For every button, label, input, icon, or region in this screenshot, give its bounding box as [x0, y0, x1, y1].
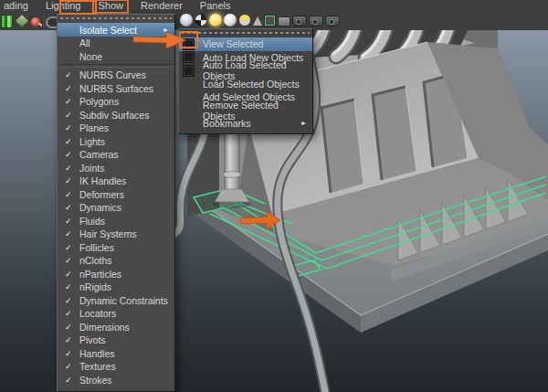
show-menu-item-ncloths[interactable]: ✓nCloths	[58, 254, 174, 268]
show-menu-item-pivots[interactable]: ✓Pivots	[58, 334, 174, 347]
show-menu-item-dynamic-constraints[interactable]: ✓Dynamic Constraints	[58, 294, 174, 308]
xray-chip-icon[interactable]	[278, 16, 290, 26]
show-menu-item-strokes[interactable]: ✓Strokes	[58, 374, 174, 387]
show-menu-item-locators[interactable]: ✓Locators	[58, 307, 174, 321]
auto-load-selected-objects-checkbox[interactable]	[183, 65, 195, 77]
annotation-arrow-menu	[133, 29, 190, 51]
check-icon: ✓	[65, 229, 79, 238]
submenu-item-label: View Selected	[203, 38, 263, 49]
check-icon: ✓	[65, 217, 79, 226]
show-menu-item-fluids[interactable]: ✓Fluids	[58, 215, 174, 228]
show-menu-item-ik-handles[interactable]: ✓IK Handles	[58, 175, 174, 188]
show-menu-item-textures[interactable]: ✓Textures	[58, 360, 174, 374]
menu-bar: adingLightingShowRendererPanels	[2, 0, 233, 12]
resolution-gate-icon[interactable]	[325, 16, 340, 26]
menu-item-label: nRigids	[79, 281, 111, 292]
menu-item-label: Fluids	[79, 216, 105, 227]
menubar-item-panels[interactable]: Panels	[198, 0, 233, 12]
shaded-sphere-icon[interactable]	[180, 14, 193, 26]
default-light-icon[interactable]	[253, 16, 262, 26]
tearoff-handle[interactable]	[60, 17, 172, 19]
film-camera-icon[interactable]	[292, 16, 307, 26]
isolate-select-submenu: View SelectedAuto Load New ObjectsAuto L…	[178, 28, 313, 134]
isolate-submenu-item-view-selected[interactable]: View Selected	[179, 37, 312, 51]
menu-item-label: Cameras	[79, 149, 119, 160]
toolbar-left	[1, 14, 61, 28]
menu-item-label: Locators	[79, 308, 116, 319]
menu-item-label: Deformers	[79, 189, 124, 200]
isolate-submenu-item-remove-selected-objects[interactable]: Remove Selected Objects	[179, 104, 312, 118]
check-icon: ✓	[65, 203, 79, 212]
show-menu-item-dimensions[interactable]: ✓Dimensions	[58, 321, 174, 334]
menu-item-label: Planes	[79, 122, 109, 133]
check-icon: ✓	[65, 137, 79, 146]
grid-plane-icon[interactable]	[15, 14, 30, 29]
toolbar-right	[180, 14, 340, 26]
isolate-submenu-item-auto-load-selected-objects[interactable]: Auto Load Selected Objects	[179, 64, 312, 78]
show-menu-item-nurbs-curves[interactable]: ✓NURBS Curves	[58, 69, 174, 82]
check-icon: ✓	[65, 190, 79, 199]
menu-item-label: Strokes	[79, 375, 112, 386]
show-menu-item-planes[interactable]: ✓Planes	[58, 122, 174, 135]
check-icon: ✓	[65, 362, 79, 371]
check-icon: ✓	[65, 323, 79, 332]
menu-item-label: Polygons	[79, 96, 119, 107]
isolate-submenu-item-bookmarks[interactable]: Bookmarks►	[179, 117, 312, 131]
show-menu-item-nurbs-surfaces[interactable]: ✓NURBS Surfaces	[58, 82, 174, 96]
auto-load-new-objects-checkbox[interactable]	[183, 51, 195, 63]
film-gate-icon[interactable]	[309, 16, 323, 26]
annotation-box-show	[59, 0, 97, 15]
menu-separator	[59, 64, 173, 68]
menu-item-label: All	[79, 37, 90, 48]
show-menu-item-nrigids[interactable]: ✓nRigids	[58, 281, 174, 294]
check-icon: ✓	[65, 97, 79, 106]
flat-sphere-icon[interactable]	[224, 14, 237, 26]
check-icon: ✓	[65, 150, 79, 159]
show-menu-item-none[interactable]: None	[58, 50, 174, 64]
show-menu-item-joints[interactable]: ✓Joints	[58, 162, 174, 175]
show-menu-item-hair-systems[interactable]: ✓Hair Systems	[58, 228, 174, 241]
menubar-item-shading-clipped[interactable]: ading	[2, 0, 30, 12]
show-menu-item-polygons[interactable]: ✓Polygons	[58, 95, 174, 109]
menu-item-label: None	[79, 51, 102, 62]
menu-item-label: Dynamics	[79, 202, 121, 213]
show-menu-item-follicles[interactable]: ✓Follicles	[58, 241, 174, 255]
menu-item-label: Hair Systems	[79, 228, 136, 239]
menu-item-label: IK Handles	[79, 175, 126, 186]
menu-item-label: Follicles	[79, 242, 114, 253]
texture-frame-icon[interactable]	[264, 15, 276, 26]
show-menu-item-deformers[interactable]: ✓Deformers	[58, 188, 174, 202]
show-menu-item-cameras[interactable]: ✓Cameras	[58, 148, 174, 162]
check-icon: ✓	[65, 123, 79, 132]
menu-item-label: Pivots	[79, 334, 106, 345]
check-icon: ✓	[65, 84, 79, 93]
menu-item-label: Subdiv Surfaces	[79, 110, 149, 121]
submenu-item-label: Load Selected Objects	[203, 79, 300, 90]
menu-item-label: Dynamic Constraints	[79, 295, 168, 306]
show-menu-item-subdiv-surfaces[interactable]: ✓Subdiv Surfaces	[58, 109, 174, 122]
submenu-arrow-icon: ►	[300, 121, 307, 127]
check-icon: ✓	[65, 282, 79, 291]
material-sphere-icon[interactable]	[238, 14, 251, 26]
check-icon: ✓	[65, 176, 79, 185]
menu-item-label: nCloths	[79, 255, 112, 266]
textured-sphere-icon[interactable]	[195, 14, 207, 26]
tearoff-handle[interactable]	[182, 32, 310, 34]
show-menu-item-nparticles[interactable]: ✓nParticles	[58, 268, 174, 281]
snap-pin-icon[interactable]	[31, 17, 40, 26]
show-menu-item-dynamics[interactable]: ✓Dynamics	[58, 201, 174, 215]
menubar-item-show[interactable]: Show	[96, 0, 125, 12]
menu-item-label: Lights	[79, 136, 105, 147]
menu-item-label: nParticles	[79, 269, 121, 280]
isolate-submenu-item-load-selected-objects[interactable]: Load Selected Objects	[179, 78, 312, 91]
show-menu-item-lights[interactable]: ✓Lights	[58, 135, 174, 149]
maya-panel: adingLightingShowRendererPanels Isolate …	[0, 0, 548, 392]
menu-item-label: Handles	[79, 348, 115, 359]
display-layers-icon[interactable]	[1, 15, 13, 28]
check-icon: ✓	[65, 164, 79, 173]
lit-sphere-icon[interactable]	[209, 14, 222, 26]
check-icon: ✓	[65, 349, 79, 358]
menu-item-label: NURBS Curves	[79, 69, 146, 80]
show-menu-item-handles[interactable]: ✓Handles	[58, 347, 174, 361]
menubar-item-renderer[interactable]: Renderer	[139, 0, 184, 12]
